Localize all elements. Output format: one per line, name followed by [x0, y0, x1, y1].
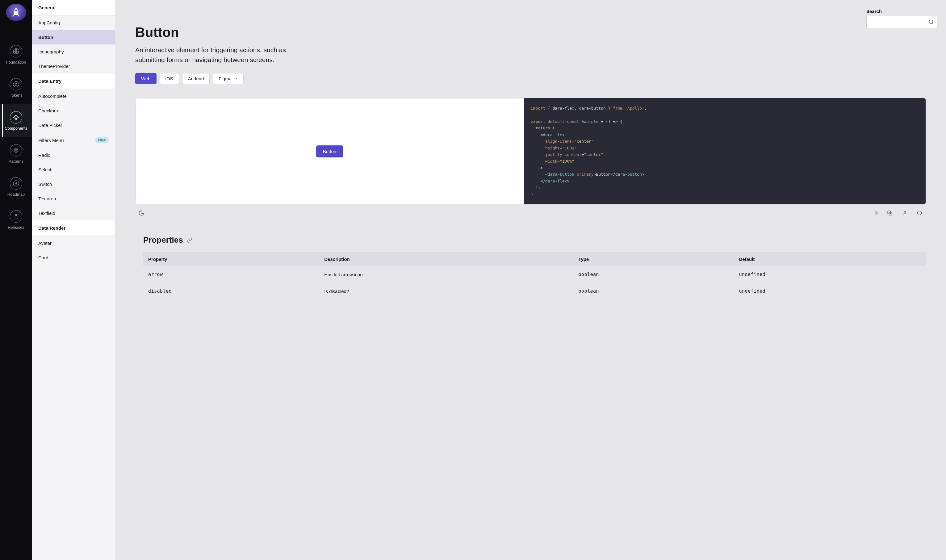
tab-figma[interactable]: Figma: [213, 73, 244, 84]
page-description: An interactive element for triggering ac…: [135, 45, 308, 65]
sidebar-item-button[interactable]: Button: [32, 30, 115, 45]
new-badge: New: [95, 137, 109, 143]
prop-desc: Is disabled?: [319, 283, 573, 300]
page-title: Button: [135, 25, 926, 40]
sidebar-item-themeprovider[interactable]: ThemeProvider: [32, 59, 115, 74]
sidebar-item-switch[interactable]: Switch: [32, 177, 115, 191]
prop-type: boolean: [573, 266, 734, 283]
prop-name: arrow: [143, 266, 319, 283]
sidebar-item-select[interactable]: Select: [32, 162, 115, 177]
search-wrap: Search: [866, 9, 937, 28]
copy-icon: [887, 210, 893, 216]
sidebar-item-textarea[interactable]: Textarea: [32, 191, 115, 206]
main-content: Search Button An interactive element for…: [115, 0, 946, 560]
moon-icon: [138, 210, 145, 216]
nav-rail: Foundation Tokens Components Patterns Ro…: [0, 0, 32, 560]
col-type: Type: [573, 252, 734, 266]
collapse-button[interactable]: [871, 209, 879, 217]
nav-components[interactable]: Components: [0, 105, 32, 137]
prop-type: boolean: [573, 283, 734, 300]
sidebar-group-general: General: [32, 0, 115, 15]
properties-table: Property Description Type Default arrow …: [143, 252, 926, 300]
search-icon: [928, 19, 934, 25]
svg-point-3: [13, 181, 19, 186]
demo-button[interactable]: Button: [316, 145, 343, 157]
col-property: Property: [143, 252, 319, 266]
nav-label: Releases: [8, 225, 25, 230]
svg-point-2: [13, 82, 19, 87]
search-label: Search: [866, 9, 937, 14]
nav-roadmap[interactable]: Roadmap: [0, 171, 32, 203]
sidebar-item-filtersmenu[interactable]: Filters Menu New: [32, 132, 115, 148]
svg-line-6: [932, 23, 933, 24]
platform-tabs: Web iOS Android Figma: [135, 73, 926, 84]
toggle-code-button[interactable]: [916, 209, 923, 217]
sidebar-group-dataentry: Data Entry: [32, 74, 115, 89]
nav-patterns[interactable]: Patterns: [0, 137, 32, 171]
table-row: disabled Is disabled? boolean undefined: [143, 283, 926, 300]
rocket-outline-icon: [10, 210, 22, 223]
nav-tokens[interactable]: Tokens: [0, 71, 32, 105]
prop-default: undefined: [734, 266, 926, 283]
sidebar-item-checkbox[interactable]: Checkbox: [32, 103, 115, 118]
table-header-row: Property Description Type Default: [143, 252, 926, 266]
demo-code: import { dara-flex, dara-button } from '…: [524, 98, 926, 205]
table-row: arrow Has left arrow icon boolean undefi…: [143, 266, 926, 283]
demo-toolbar: [135, 208, 926, 217]
search-input[interactable]: [866, 16, 937, 28]
nav-label: Roadmap: [8, 192, 25, 197]
sidebar-group-datarender: Data Render: [32, 220, 115, 236]
diamonds-icon: [10, 111, 22, 123]
prop-desc: Has left arrow icon: [319, 266, 573, 283]
nav-label: Components: [5, 126, 28, 131]
arrow-up-right-icon: [901, 210, 908, 216]
grid-icon: [10, 144, 22, 157]
compass-icon: [10, 177, 22, 189]
demo-preview: Button: [135, 98, 524, 205]
sidebar-item-datepicker[interactable]: Date Picker: [32, 118, 115, 132]
rocket-icon: [10, 6, 22, 18]
theme-toggle-button[interactable]: [138, 209, 145, 217]
external-link-icon: [234, 77, 238, 81]
prop-name: disabled: [143, 283, 319, 300]
svg-point-4: [16, 215, 17, 216]
nav-label: Patterns: [9, 159, 23, 164]
properties-heading: Properties: [143, 235, 926, 245]
nav-label: Foundation: [6, 60, 26, 65]
sidebar-item-textfield[interactable]: Textfield: [32, 206, 115, 220]
code-icon: [916, 210, 923, 216]
arrow-right-to-line-icon: [872, 210, 878, 216]
sidebar-item-radio[interactable]: Radio: [32, 148, 115, 162]
app-logo[interactable]: [6, 4, 26, 21]
link-icon[interactable]: [187, 237, 192, 243]
svg-point-0: [15, 9, 17, 11]
star-circle-icon: [10, 78, 22, 91]
sidebar-item-autocomplete[interactable]: Autocomplete: [32, 89, 115, 103]
demo-panel: Button import { dara-flex, dara-button }…: [135, 98, 926, 205]
sidebar-item-appconfig[interactable]: AppConfig: [32, 15, 115, 30]
sidebar: General AppConfig Button Iconography The…: [32, 0, 115, 560]
nav-foundation[interactable]: Foundation: [0, 38, 32, 71]
nav-label: Tokens: [9, 93, 22, 98]
tab-web[interactable]: Web: [135, 73, 157, 84]
nav-releases[interactable]: Releases: [0, 203, 32, 237]
globe-icon: [10, 45, 22, 57]
sidebar-item-card[interactable]: Card: [32, 250, 115, 265]
tab-ios[interactable]: iOS: [160, 73, 179, 84]
tab-android[interactable]: Android: [182, 73, 210, 84]
col-default: Default: [734, 252, 926, 266]
prop-default: undefined: [734, 283, 926, 300]
svg-point-5: [929, 20, 933, 23]
sidebar-item-iconography[interactable]: Iconography: [32, 45, 115, 59]
copy-button[interactable]: [886, 209, 894, 217]
col-description: Description: [319, 252, 573, 266]
open-external-button[interactable]: [901, 209, 908, 217]
sidebar-item-avatar[interactable]: Avatar: [32, 236, 115, 250]
